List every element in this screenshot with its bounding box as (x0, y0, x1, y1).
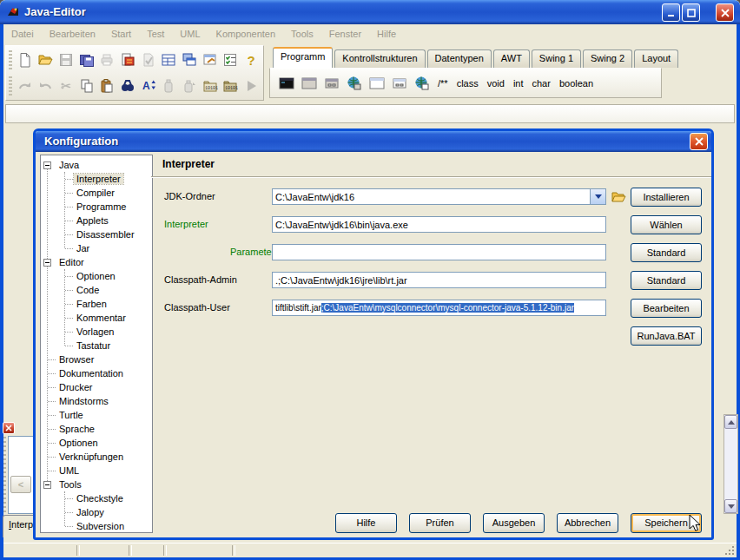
compile-all-icon[interactable]: 10101 (221, 76, 241, 96)
menu-uml[interactable]: UML (172, 26, 208, 42)
resize-grip[interactable] (724, 545, 735, 556)
toolbar-gripper[interactable] (9, 76, 12, 96)
jframe-icon[interactable] (367, 73, 387, 94)
palette-item-boolean[interactable]: boolean (559, 78, 593, 89)
java-editor-window: Java-Editor Datei Bearbeiten Start Test … (0, 0, 740, 560)
undo-icon[interactable] (36, 76, 56, 96)
tree-item-sprache: Sprache (41, 422, 152, 436)
abbrechen-button[interactable]: Abbrechen (557, 513, 618, 533)
menu-datei[interactable]: Datei (3, 26, 42, 42)
palette-item-int[interactable]: int (513, 78, 524, 89)
minimize-button[interactable] (662, 3, 680, 22)
palette-item-void[interactable]: void (487, 78, 505, 89)
standard-parameter-button[interactable]: Standard (631, 243, 702, 262)
tree-item-tastatur: Tastatur (41, 339, 152, 352)
scroll-up-button[interactable] (724, 415, 737, 429)
maximize-button[interactable] (682, 3, 700, 22)
gui-designer-icon[interactable] (201, 49, 220, 70)
tab-awt[interactable]: AWT (493, 49, 530, 68)
paste-icon[interactable] (98, 76, 117, 96)
run-icon[interactable] (241, 76, 261, 96)
app-icon (6, 5, 20, 19)
japplet-icon[interactable] (413, 73, 432, 94)
font-size-icon[interactable]: A (139, 76, 158, 96)
menu-test[interactable]: Test (139, 26, 172, 42)
collapse-icon[interactable] (43, 481, 51, 489)
frame-icon[interactable] (300, 73, 319, 94)
waehlen-button[interactable]: Wählen (631, 215, 702, 234)
tab-swing1[interactable]: Swing 1 (532, 49, 581, 68)
console-icon[interactable] (277, 73, 296, 94)
tab-swing2[interactable]: Swing 2 (583, 49, 632, 68)
palette-item-javadoc[interactable]: /** (438, 78, 448, 89)
window-cascade-icon[interactable] (180, 49, 199, 70)
search-icon[interactable] (118, 76, 137, 96)
syntax-check-icon[interactable] (139, 49, 158, 70)
dock-close-button[interactable] (3, 422, 15, 434)
tab-interpreter-output[interactable]: Interp (3, 515, 36, 537)
print-icon[interactable] (98, 49, 117, 70)
palette-item-char[interactable]: char (532, 78, 551, 89)
menu-bearbeiten[interactable]: Bearbeiten (42, 26, 103, 42)
ausgeben-button[interactable]: Ausgeben (483, 513, 545, 533)
svg-text:A: A (142, 80, 150, 92)
open-file-icon[interactable] (36, 49, 56, 70)
interpreter-input[interactable] (272, 216, 606, 233)
standard-classpath-button[interactable]: Standard (631, 271, 702, 290)
jdialog-icon[interactable] (390, 73, 409, 94)
window-title: Java-Editor (24, 5, 86, 18)
close-button[interactable] (716, 3, 734, 22)
structogram-icon[interactable] (160, 49, 179, 70)
pruefen-button[interactable]: Prüfen (409, 513, 471, 533)
palette-item-class[interactable]: class (457, 78, 479, 89)
checklist-icon[interactable] (221, 49, 241, 70)
close-icon (5, 425, 12, 432)
menu-komponenten[interactable]: Komponenten (208, 26, 284, 42)
tab-kontrollstrukturen[interactable]: Kontrollstrukturen (334, 49, 425, 68)
jdk-ordner-combo[interactable] (272, 188, 606, 205)
toolbar-gripper[interactable] (9, 50, 12, 69)
dialog-icon[interactable] (322, 73, 341, 94)
vertical-scrollbar[interactable] (723, 414, 738, 514)
tree-item-optionen: Optionen (41, 269, 152, 283)
dialog-close-button[interactable] (690, 133, 708, 150)
tab-programm[interactable]: Programm (273, 47, 333, 68)
classpath-admin-label: Classpath-Admin (164, 274, 268, 285)
tree-item-interpreter: Interpreter (41, 172, 152, 186)
help-icon[interactable]: ? (241, 49, 261, 70)
menu-hilfe[interactable]: Hilfe (369, 26, 404, 42)
cut-icon[interactable]: ✂ (56, 76, 76, 96)
jdk-ordner-input[interactable] (273, 189, 590, 204)
parameter-input[interactable] (272, 244, 606, 260)
jdk-doc-icon[interactable] (118, 49, 137, 70)
new-file-icon[interactable] (16, 49, 35, 70)
compile-icon[interactable]: 10101 (201, 76, 220, 96)
save-icon[interactable] (56, 49, 76, 70)
tab-datentypen[interactable]: Datentypen (427, 49, 492, 68)
copy-icon[interactable] (77, 76, 96, 96)
hilfe-button[interactable]: Hilfe (335, 513, 397, 533)
applet-icon[interactable] (345, 73, 364, 94)
menu-start[interactable]: Start (103, 26, 139, 42)
menu-tools[interactable]: Tools (283, 26, 321, 42)
installieren-button[interactable]: Installieren (631, 188, 702, 207)
redo-icon[interactable] (16, 76, 35, 96)
jar-options-icon[interactable] (180, 76, 199, 96)
save-all-icon[interactable] (77, 49, 96, 70)
dock-gripper[interactable] (3, 437, 6, 513)
scroll-left-button[interactable]: < (10, 476, 31, 493)
dropdown-button[interactable] (590, 189, 605, 204)
tree-item-subversion: Subversion (41, 519, 152, 533)
tab-layout[interactable]: Layout (634, 49, 678, 68)
menu-fenster[interactable]: Fenster (321, 26, 369, 42)
collapse-icon[interactable] (43, 259, 51, 267)
interpreter-output-panel[interactable] (8, 436, 34, 514)
collapse-icon[interactable] (43, 161, 51, 169)
jar-icon[interactable] (160, 76, 179, 96)
runjava-bat-button[interactable]: RunJava.BAT (631, 326, 702, 346)
bearbeiten-button[interactable]: Bearbeiten (631, 299, 702, 318)
browse-folder-button[interactable] (610, 188, 627, 205)
classpath-user-input[interactable]: tiftlib\stift.jar;C:\JavaEntw\mysqlconne… (272, 300, 606, 316)
scroll-down-button[interactable] (724, 499, 737, 513)
classpath-admin-input[interactable] (272, 272, 606, 288)
